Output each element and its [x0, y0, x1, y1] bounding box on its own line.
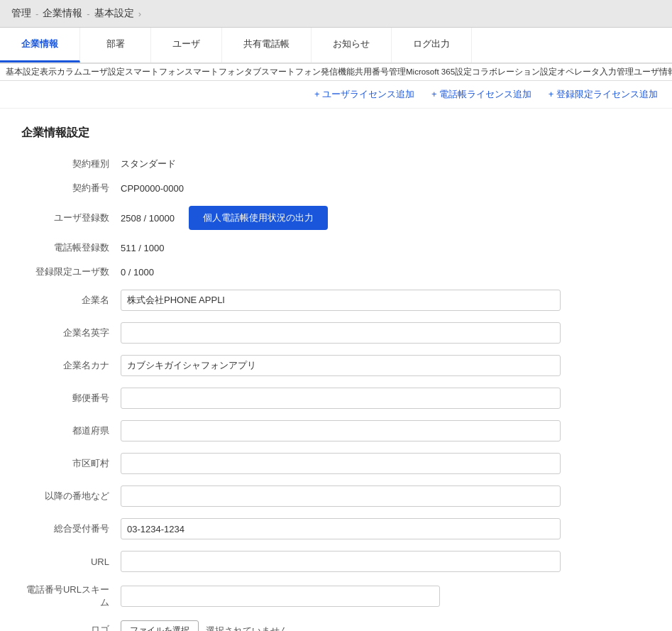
file-none-label: 選択されていません	[206, 625, 289, 632]
nav-item-dept[interactable]: 部署	[80, 28, 151, 62]
nav-item-company[interactable]: 企業情報	[0, 28, 80, 62]
breadcrumb-separator1: -	[35, 9, 38, 19]
license-bar: + ユーザライセンス追加 + 電話帳ライセンス追加 + 登録限定ライセンス追加	[0, 81, 672, 109]
breadcrumb-label1: 管理	[11, 7, 31, 20]
input-url[interactable]	[121, 551, 561, 572]
label-company-name: 企業名	[21, 294, 121, 307]
row-limited-user: 登録限定ユーザ数 0 / 1000	[21, 265, 651, 278]
sub-nav-text: 基本設定表示カラムユーザ設定スマートフォンスマートフォンタブスマートフォン発信機…	[6, 67, 672, 76]
value-phone-count: 511 / 1000	[121, 243, 164, 253]
input-company-name-kana[interactable]	[121, 355, 561, 376]
label-limited-user: 登録限定ユーザ数	[21, 265, 121, 278]
breadcrumb-chevron: ›	[138, 9, 141, 19]
label-logo: ロゴ	[21, 620, 121, 631]
row-logo: ロゴ ファイルを選択 選択されていません 横300px、縦78pxまで JPEG…	[21, 620, 651, 631]
row-address: 以降の番地など	[21, 485, 651, 507]
nav-item-log[interactable]: ログ出力	[392, 28, 472, 62]
row-contract-no: 契約番号 CPP0000-0000	[21, 182, 651, 194]
add-limited-license-link[interactable]: + 登録限定ライセンス追加	[549, 89, 658, 99]
row-tel-scheme: 電話番号URLスキーム	[21, 583, 651, 609]
label-reception-tel: 総合受付番号	[21, 522, 121, 535]
label-contract-no: 契約番号	[21, 182, 121, 194]
value-limited-user: 0 / 1000	[121, 267, 154, 278]
input-prefecture[interactable]	[121, 420, 561, 441]
input-company-name[interactable]	[121, 290, 561, 311]
row-phone-count: 電話帳登録数 511 / 1000	[21, 241, 651, 254]
main-nav: 企業情報 部署 ユーザ 共有電話帳 お知らせ ログ出力	[0, 28, 672, 64]
row-postal-code: 郵便番号	[21, 388, 651, 409]
input-city[interactable]	[121, 453, 561, 474]
add-phonebook-license-link[interactable]: + 電話帳ライセンス追加	[431, 89, 531, 99]
value-contract-no: CPP0000-0000	[121, 183, 184, 194]
nav-item-phonebook[interactable]: 共有電話帳	[222, 28, 312, 62]
add-user-license-link[interactable]: + ユーザライセンス追加	[314, 89, 414, 99]
label-company-name-kana: 企業名カナ	[21, 359, 121, 372]
label-prefecture: 都道府県	[21, 424, 121, 437]
label-postal-code: 郵便番号	[21, 392, 121, 405]
top-bar: 管理 - 企業情報 - 基本設定 ›	[0, 0, 672, 28]
row-user-count: ユーザ登録数 2508 / 10000 個人電話帳使用状況の出力	[21, 206, 651, 230]
file-select-button[interactable]: ファイルを選択	[121, 620, 199, 631]
user-count-row: 2508 / 10000 個人電話帳使用状況の出力	[121, 206, 328, 230]
row-company-name: 企業名	[21, 290, 651, 311]
label-city: 市区町村	[21, 457, 121, 470]
label-address: 以降の番地など	[21, 490, 121, 503]
nav-item-user[interactable]: ユーザ	[151, 28, 222, 62]
export-phonebook-button[interactable]: 個人電話帳使用状況の出力	[189, 206, 328, 230]
label-user-count: ユーザ登録数	[21, 212, 121, 224]
row-url: URL	[21, 551, 651, 572]
input-tel-scheme[interactable]	[121, 586, 440, 607]
label-phone-count: 電話帳登録数	[21, 241, 121, 254]
row-company-name-en: 企業名英字	[21, 322, 651, 344]
label-contract-type: 契約種別	[21, 158, 121, 170]
section-title: 企業情報設定	[21, 126, 651, 141]
breadcrumb-separator2: -	[87, 9, 89, 19]
value-contract-type: スタンダード	[121, 158, 176, 170]
row-city: 市区町村	[21, 453, 651, 474]
content-area: 企業情報設定 契約種別 スタンダード 契約番号 CPP0000-0000 ユーザ…	[0, 109, 672, 631]
label-company-name-en: 企業名英字	[21, 327, 121, 339]
input-postal-code[interactable]	[121, 388, 561, 409]
sub-nav: 基本設定表示カラムユーザ設定スマートフォンスマートフォンタブスマートフォン発信機…	[0, 64, 672, 81]
input-reception-tel[interactable]	[121, 518, 561, 539]
value-user-count: 2508 / 10000	[121, 213, 175, 224]
nav-item-notice[interactable]: お知らせ	[312, 28, 392, 62]
row-company-name-kana: 企業名カナ	[21, 355, 651, 376]
row-prefecture: 都道府県	[21, 420, 651, 441]
breadcrumb-label2: 企業情報	[43, 7, 82, 20]
row-contract-type: 契約種別 スタンダード	[21, 158, 651, 170]
file-row: ファイルを選択 選択されていません	[121, 620, 289, 631]
input-address[interactable]	[121, 485, 561, 507]
label-tel-scheme: 電話番号URLスキーム	[21, 583, 121, 609]
logo-section: ファイルを選択 選択されていません 横300px、縦78pxまで JPEGとPN…	[121, 620, 289, 631]
row-reception-tel: 総合受付番号	[21, 518, 651, 539]
breadcrumb-label3: 基本設定	[94, 7, 134, 20]
input-company-name-en[interactable]	[121, 322, 561, 344]
label-url: URL	[21, 556, 121, 567]
